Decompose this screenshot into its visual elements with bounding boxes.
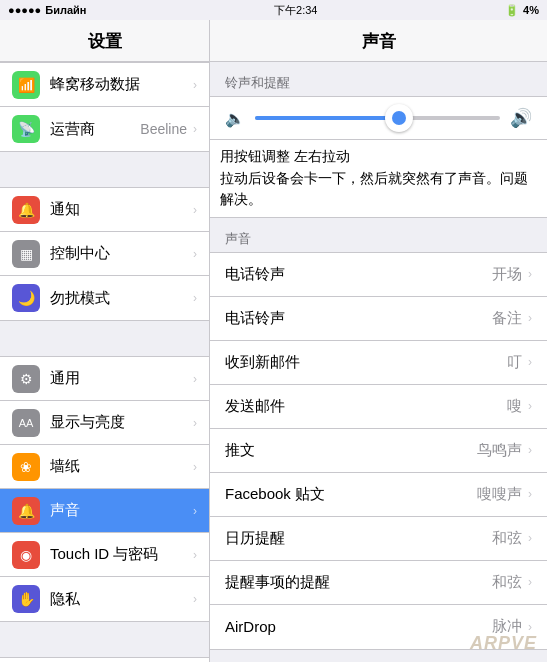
sidebar-item-general[interactable]: ⚙ 通用 › xyxy=(0,357,209,401)
sidebar-item-notification[interactable]: 🔔 通知 › xyxy=(0,188,209,232)
icon-sounds: 🔔 xyxy=(12,497,40,525)
chevron-control-center: › xyxy=(193,247,197,261)
label-control-center: 控制中心 xyxy=(50,244,193,263)
row-value-ringtone: 开场 xyxy=(492,265,522,284)
panel-title: 声音 xyxy=(210,20,547,62)
row-value-sent-mail: 嗖 xyxy=(507,397,522,416)
row-chevron-sent-mail: › xyxy=(528,399,532,413)
volume-fill xyxy=(255,116,390,120)
label-display: 显示与亮度 xyxy=(50,413,193,432)
volume-track[interactable] xyxy=(255,116,500,120)
annotation-block: 用按钮调整 左右拉动 拉动后设备会卡一下，然后就突然有了声音。问题解决。 xyxy=(210,140,547,218)
row-value-reminder: 和弦 xyxy=(492,573,522,592)
row-value-new-mail: 叮 xyxy=(507,353,522,372)
sound-row-tweet[interactable]: 推文 鸟鸣声 › xyxy=(210,429,547,473)
row-chevron-tweet: › xyxy=(528,443,532,457)
icon-notification: 🔔 xyxy=(12,196,40,224)
right-panel[interactable]: 声音 铃声和提醒 🔈 🔊 用按钮调整 左右拉动 拉动后设备会卡一下，然后就突然有… xyxy=(210,20,547,662)
sidebar-item-touch-id[interactable]: ◉ Touch ID 与密码 › xyxy=(0,533,209,577)
label-privacy: 隐私 xyxy=(50,590,193,609)
label-wallpaper: 墙纸 xyxy=(50,457,193,476)
row-chevron-new-mail: › xyxy=(528,355,532,369)
label-do-not-disturb: 勿扰模式 xyxy=(50,289,193,308)
carrier-name: Билайн xyxy=(45,4,86,16)
chevron-carrier: › xyxy=(193,122,197,136)
chevron-do-not-disturb: › xyxy=(193,291,197,305)
sidebar-item-sounds[interactable]: 🔔 声音 › xyxy=(0,489,209,533)
label-notification: 通知 xyxy=(50,200,193,219)
icon-display: AA xyxy=(12,409,40,437)
row-chevron-fb-post: › xyxy=(528,487,532,501)
thumb-inner xyxy=(392,111,406,125)
chevron-sounds: › xyxy=(193,504,197,518)
label-carrier: 运营商 xyxy=(50,120,140,139)
row-label-text-tone: 电话铃声 xyxy=(225,309,492,328)
row-value-calendar: 和弦 xyxy=(492,529,522,548)
sound-row-ringtone[interactable]: 电话铃声 开场 › xyxy=(210,253,547,297)
sidebar-item-privacy[interactable]: ✋ 隐私 › xyxy=(0,577,209,621)
sidebar: 设置 📶 蜂窝移动数据 › 📡 运营商 Beeline › 🔔 通知 › ▦ 控… xyxy=(0,20,210,662)
row-label-calendar: 日历提醒 xyxy=(225,529,492,548)
chevron-general: › xyxy=(193,372,197,386)
sound-row-fb-post[interactable]: Facebook 贴文 嗖嗖声 › xyxy=(210,473,547,517)
annotation-line2: 拉动后设备会卡一下，然后就突然有了声音。问题解决。 xyxy=(220,168,537,211)
row-label-tweet: 推文 xyxy=(225,441,477,460)
sound-rows: 电话铃声 开场 › 电话铃声 备注 › 收到新邮件 叮 › 发送邮件 嗖 › 推… xyxy=(210,252,547,650)
sidebar-item-cellular[interactable]: 📶 蜂窝移动数据 › xyxy=(0,63,209,107)
main-container: 设置 📶 蜂窝移动数据 › 📡 运营商 Beeline › 🔔 通知 › ▦ 控… xyxy=(0,20,547,662)
sound-row-sent-mail[interactable]: 发送邮件 嗖 › xyxy=(210,385,547,429)
icon-general: ⚙ xyxy=(12,365,40,393)
sound-row-new-mail[interactable]: 收到新邮件 叮 › xyxy=(210,341,547,385)
annotation-line1: 用按钮调整 左右拉动 xyxy=(220,146,537,168)
volume-row[interactable]: 🔈 🔊 xyxy=(225,107,532,129)
chevron-display: › xyxy=(193,416,197,430)
row-label-reminder: 提醒事项的提醒 xyxy=(225,573,492,592)
sound-row-reminder[interactable]: 提醒事项的提醒 和弦 › xyxy=(210,561,547,605)
sidebar-item-wallpaper[interactable]: ❀ 墙纸 › xyxy=(0,445,209,489)
sidebar-item-icloud[interactable]: ☁ iCloud › xyxy=(0,658,209,662)
volume-high-icon: 🔊 xyxy=(510,107,532,129)
row-label-airdrop: AirDrop xyxy=(225,618,492,635)
wifi-icon: 🔋 xyxy=(505,4,519,17)
signal-dots: ●●●●● xyxy=(8,4,41,16)
icon-wallpaper: ❀ xyxy=(12,453,40,481)
label-sounds: 声音 xyxy=(50,501,193,520)
sound-row-text-tone[interactable]: 电话铃声 备注 › xyxy=(210,297,547,341)
row-value-fb-post: 嗖嗖声 xyxy=(477,485,522,504)
sidebar-item-do-not-disturb[interactable]: 🌙 勿扰模式 › xyxy=(0,276,209,320)
chevron-cellular: › xyxy=(193,78,197,92)
label-general: 通用 xyxy=(50,369,193,388)
row-chevron-calendar: › xyxy=(528,531,532,545)
volume-thumb[interactable] xyxy=(385,104,413,132)
volume-low-icon: 🔈 xyxy=(225,109,245,128)
sidebar-item-carrier[interactable]: 📡 运营商 Beeline › xyxy=(0,107,209,151)
icon-control-center: ▦ xyxy=(12,240,40,268)
row-chevron-ringtone: › xyxy=(528,267,532,281)
icon-privacy: ✋ xyxy=(12,585,40,613)
sound-section-label: 声音 xyxy=(210,218,547,252)
sound-row-calendar[interactable]: 日历提醒 和弦 › xyxy=(210,517,547,561)
label-touch-id: Touch ID 与密码 xyxy=(50,545,193,564)
row-value-text-tone: 备注 xyxy=(492,309,522,328)
row-label-new-mail: 收到新邮件 xyxy=(225,353,507,372)
value-carrier: Beeline xyxy=(140,121,187,137)
row-chevron-airdrop: › xyxy=(528,620,532,634)
row-label-sent-mail: 发送邮件 xyxy=(225,397,507,416)
status-right: 🔋 4% xyxy=(505,4,539,17)
sidebar-item-display[interactable]: AA 显示与亮度 › xyxy=(0,401,209,445)
icon-carrier: 📡 xyxy=(12,115,40,143)
icon-touch-id: ◉ xyxy=(12,541,40,569)
chevron-notification: › xyxy=(193,203,197,217)
row-value-tweet: 鸟鸣声 xyxy=(477,441,522,460)
ringer-section-label: 铃声和提醒 xyxy=(210,62,547,96)
status-time: 下午2:34 xyxy=(274,3,317,18)
icon-do-not-disturb: 🌙 xyxy=(12,284,40,312)
sidebar-items-container: 📶 蜂窝移动数据 › 📡 运营商 Beeline › 🔔 通知 › ▦ 控制中心… xyxy=(0,62,209,662)
watermark: ARPVE xyxy=(470,633,537,654)
row-label-ringtone: 电话铃声 xyxy=(225,265,492,284)
sidebar-item-control-center[interactable]: ▦ 控制中心 › xyxy=(0,232,209,276)
row-chevron-reminder: › xyxy=(528,575,532,589)
icon-cellular: 📶 xyxy=(12,71,40,99)
row-chevron-text-tone: › xyxy=(528,311,532,325)
status-bar: ●●●●● Билайн 下午2:34 🔋 4% xyxy=(0,0,547,20)
